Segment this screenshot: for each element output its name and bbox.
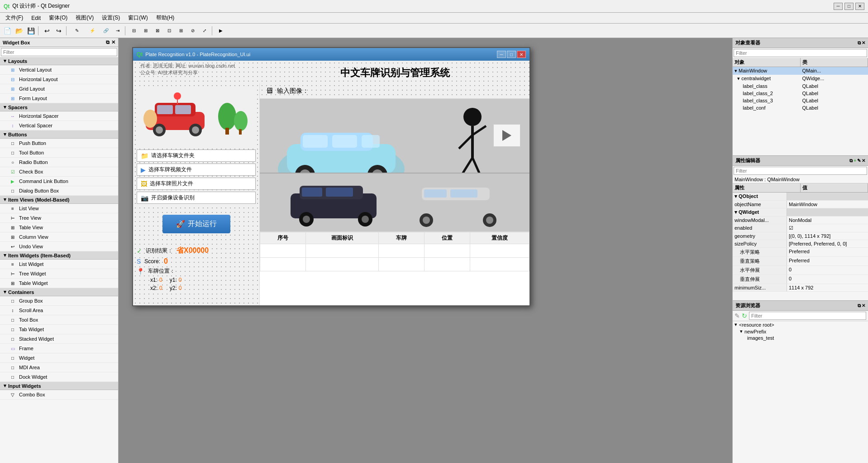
widget-list-widget[interactable]: ≡ List Widget — [0, 260, 118, 269]
open-button[interactable]: 📂 — [14, 25, 24, 36]
buddy-btn[interactable]: 🔗 — [100, 25, 111, 36]
designer-maximize-button[interactable]: □ — [507, 51, 516, 58]
widget-check-box[interactable]: ☑ Check Box — [0, 167, 118, 177]
res-row-prefix[interactable]: ▾ newPrefix — [733, 328, 868, 335]
layout-g-btn[interactable]: ⊡ — [164, 25, 175, 36]
res-browser-close[interactable]: ✕ — [862, 303, 865, 309]
resource-browser-filter[interactable] — [749, 312, 866, 320]
new-button[interactable]: 📄 — [2, 25, 13, 36]
preview-btn[interactable]: ▶ — [215, 25, 226, 36]
widget-dialog-button-box[interactable]: □ Dialog Button Box — [0, 186, 118, 196]
widget-editor-btn[interactable]: ✎ — [70, 25, 84, 36]
prop-row-windowmodal[interactable]: windowModal... NonModal — [733, 217, 868, 224]
widget-dock-widget[interactable]: □ Dock Widget — [0, 372, 118, 382]
res-row-images[interactable]: images_test — [733, 335, 868, 341]
widget-horizontal-layout[interactable]: ⊟ Horizontal Layout — [0, 75, 118, 84]
category-input-widgets[interactable]: ▾Input Widgets — [0, 382, 118, 390]
designer-close-button[interactable]: ✕ — [517, 51, 526, 58]
menu-file[interactable]: 文件(F) — [2, 13, 27, 23]
select-folder-button[interactable]: 📁 请选择车辆文件夹 — [137, 150, 256, 162]
widget-widget[interactable]: □ Widget — [0, 353, 118, 363]
res-row-root[interactable]: ▾ <resource root> — [733, 321, 868, 328]
widget-box-filter[interactable] — [1, 48, 117, 56]
prop-row-minsize[interactable]: minimumSiz... 1114 x 792 — [733, 284, 868, 292]
widget-frame[interactable]: ▭ Frame — [0, 344, 118, 353]
menu-help[interactable]: 帮助(H) — [153, 13, 178, 23]
select-photo-button[interactable]: 🖼 选择车牌照片文件 — [137, 178, 256, 190]
prop-row-objectname[interactable]: objectName MainWindow — [733, 201, 868, 208]
widget-radio-button[interactable]: ○ Radio Button — [0, 158, 118, 167]
undo-button[interactable]: ↩ — [42, 25, 52, 36]
res-edit-icon[interactable]: ✎ — [734, 312, 740, 319]
category-item-views[interactable]: ▾Item Views (Model-Based) — [0, 196, 118, 204]
widget-table-view[interactable]: ⊞ Table View — [0, 223, 118, 232]
widget-scroll-area[interactable]: ↕ Scroll Area — [0, 306, 118, 315]
menu-edit[interactable]: Edit — [28, 14, 44, 22]
category-containers[interactable]: ▾Containers — [0, 288, 118, 296]
layout-f-btn[interactable]: ⊞ — [176, 25, 186, 36]
widget-v-spacer[interactable]: ↕ Vertical Spacer — [0, 121, 118, 130]
obj-row-mainwindow[interactable]: ▾ MainWindow QMain... — [733, 67, 868, 75]
play-button[interactable] — [493, 124, 520, 147]
obj-inspector-float[interactable]: ⧉ — [858, 40, 861, 46]
res-refresh-icon[interactable]: ↻ — [742, 312, 747, 319]
maximize-button[interactable]: □ — [844, 3, 854, 10]
open-camera-button[interactable]: 📷 开启摄像设备识别 — [137, 192, 256, 204]
obj-row-label-class[interactable]: label_class QLabel — [733, 82, 868, 90]
obj-row-label-conf[interactable]: label_conf QLabel — [733, 104, 868, 111]
select-video-button[interactable]: ▶ 选择车牌视频文件 — [137, 164, 256, 176]
widget-h-spacer[interactable]: ↔ Horizontal Spacer — [0, 111, 118, 121]
designer-minimize-button[interactable]: ─ — [497, 51, 506, 58]
prop-editor-close[interactable]: ✕ — [862, 158, 865, 164]
canvas-area[interactable]: Qt Plate Recognition v1.0 - PlateRecogni… — [119, 38, 732, 463]
prop-row-vpolicy[interactable]: 垂直策略 Preferred — [733, 257, 868, 266]
widget-stacked-widget[interactable]: □ Stacked Widget — [0, 334, 118, 344]
widget-box-close[interactable]: ✕ — [111, 39, 115, 45]
adjust-size-btn[interactable]: ⤢ — [199, 25, 210, 36]
widget-combo-box[interactable]: ▽ Combo Box — [0, 390, 118, 400]
widget-tab-widget[interactable]: □ Tab Widget — [0, 325, 118, 334]
widget-tree-widget[interactable]: ⊢ Tree Widget — [0, 269, 118, 279]
widget-undo-view[interactable]: ↩ Undo View — [0, 242, 118, 251]
property-editor-filter[interactable] — [734, 167, 867, 175]
prop-row-enabled[interactable]: enabled ☑ — [733, 224, 868, 232]
menu-view[interactable]: 视图(V) — [72, 13, 97, 23]
category-buttons[interactable]: ▾Buttons — [0, 130, 118, 139]
obj-row-centralwidget[interactable]: ▾ centralwidget QWidge... — [733, 75, 868, 82]
res-browser-float[interactable]: ⧉ — [858, 303, 861, 309]
obj-row-label-class2[interactable]: label_class_2 QLabel — [733, 90, 868, 97]
object-inspector-filter[interactable] — [734, 49, 867, 57]
prop-row-hpolicy[interactable]: 水平策略 Preferred — [733, 248, 868, 257]
prop-row-sizepolicy[interactable]: sizePolicy [Preferred, Preferred, 0, 0] — [733, 240, 868, 248]
widget-tree-view[interactable]: ⊢ Tree View — [0, 213, 118, 223]
signal-slot-btn[interactable]: ⚡ — [85, 25, 100, 36]
prop-add-icon[interactable]: + — [854, 158, 856, 164]
category-layouts[interactable]: ▾Layouts — [0, 57, 118, 65]
prop-row-geometry[interactable]: geometry [(0, 0), 1114 x 792] — [733, 232, 868, 240]
widget-grid-layout[interactable]: ⊞ Grid Layout — [0, 84, 118, 94]
menu-form[interactable]: 窗体(O) — [45, 13, 71, 23]
category-spacers[interactable]: ▾Spacers — [0, 103, 118, 111]
prop-row-vstretch[interactable]: 垂直伸展 0 — [733, 275, 868, 284]
category-item-widgets[interactable]: ▾Item Widgets (Item-Based) — [0, 251, 118, 260]
widget-group-box[interactable]: □ Group Box — [0, 296, 118, 306]
widget-mdi-area[interactable]: □ MDI Area — [0, 363, 118, 372]
widget-push-button[interactable]: □ Push Button — [0, 139, 118, 148]
layout-sp-btn[interactable]: ⊠ — [152, 25, 163, 36]
widget-tool-box[interactable]: □ Tool Box — [0, 315, 118, 325]
layout-h-btn[interactable]: ⊟ — [129, 25, 139, 36]
widget-tool-button[interactable]: □ Tool Button — [0, 148, 118, 158]
obj-row-label-class3[interactable]: label_class_3 QLabel — [733, 97, 868, 104]
widget-command-link-button[interactable]: ▶ Command Link Button — [0, 177, 118, 186]
prop-editor-float[interactable]: ⧉ — [849, 158, 853, 164]
prop-edit-icon[interactable]: ✎ — [857, 158, 861, 164]
minimize-button[interactable]: ─ — [834, 3, 843, 10]
close-button[interactable]: ✕ — [855, 3, 864, 10]
widget-column-view[interactable]: ⊞ Column View — [0, 232, 118, 242]
prop-row-hstretch[interactable]: 水平伸展 0 — [733, 266, 868, 275]
start-button[interactable]: 🚀 开始运行 — [162, 215, 230, 233]
menu-settings[interactable]: 设置(S) — [98, 13, 124, 23]
tab-order-btn[interactable]: ⇥ — [112, 25, 123, 36]
break-layout-btn[interactable]: ⊘ — [187, 25, 198, 36]
save-button[interactable]: 💾 — [25, 25, 36, 36]
